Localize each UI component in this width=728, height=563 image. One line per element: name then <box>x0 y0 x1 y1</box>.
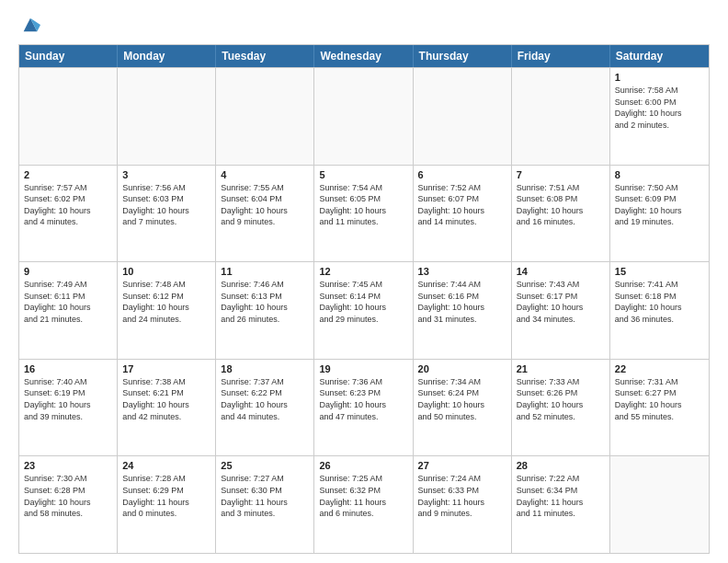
day-info: Sunrise: 7:27 AM Sunset: 6:30 PM Dayligh… <box>221 473 309 519</box>
day-cell-17: 17Sunrise: 7:38 AM Sunset: 6:21 PM Dayli… <box>118 360 216 456</box>
day-number: 24 <box>122 460 210 471</box>
day-cell-20: 20Sunrise: 7:34 AM Sunset: 6:24 PM Dayli… <box>414 360 512 456</box>
calendar-body: 1Sunrise: 7:58 AM Sunset: 6:00 PM Daylig… <box>19 67 709 553</box>
day-cell-10: 10Sunrise: 7:48 AM Sunset: 6:12 PM Dayli… <box>118 262 216 359</box>
day-cell-empty <box>118 68 216 165</box>
header-day-monday: Monday <box>118 45 216 67</box>
header-day-friday: Friday <box>512 45 610 67</box>
day-number: 23 <box>24 460 112 471</box>
day-info: Sunrise: 7:38 AM Sunset: 6:21 PM Dayligh… <box>122 376 210 422</box>
day-info: Sunrise: 7:51 AM Sunset: 6:08 PM Dayligh… <box>517 182 605 228</box>
day-info: Sunrise: 7:36 AM Sunset: 6:23 PM Dayligh… <box>319 376 407 422</box>
day-cell-5: 5Sunrise: 7:54 AM Sunset: 6:05 PM Daylig… <box>314 166 413 262</box>
day-number: 8 <box>615 169 704 180</box>
day-number: 25 <box>221 460 309 471</box>
day-number: 12 <box>319 266 407 277</box>
day-cell-27: 27Sunrise: 7:24 AM Sunset: 6:33 PM Dayli… <box>414 456 512 553</box>
day-number: 16 <box>24 363 112 374</box>
day-cell-25: 25Sunrise: 7:27 AM Sunset: 6:30 PM Dayli… <box>216 456 314 553</box>
day-cell-28: 28Sunrise: 7:22 AM Sunset: 6:34 PM Dayli… <box>512 456 610 553</box>
day-number: 6 <box>418 169 506 180</box>
day-number: 20 <box>418 363 506 374</box>
day-info: Sunrise: 7:41 AM Sunset: 6:18 PM Dayligh… <box>615 279 704 325</box>
day-info: Sunrise: 7:22 AM Sunset: 6:34 PM Dayligh… <box>517 473 605 519</box>
day-number: 5 <box>319 169 407 180</box>
day-cell-11: 11Sunrise: 7:46 AM Sunset: 6:13 PM Dayli… <box>216 262 314 359</box>
day-cell-13: 13Sunrise: 7:44 AM Sunset: 6:16 PM Dayli… <box>414 262 512 359</box>
day-cell-18: 18Sunrise: 7:37 AM Sunset: 6:22 PM Dayli… <box>216 360 314 456</box>
day-cell-12: 12Sunrise: 7:45 AM Sunset: 6:14 PM Dayli… <box>314 262 413 359</box>
header-day-saturday: Saturday <box>610 45 709 67</box>
day-number: 1 <box>615 72 704 83</box>
day-info: Sunrise: 7:37 AM Sunset: 6:22 PM Dayligh… <box>221 376 309 422</box>
day-cell-empty <box>216 68 314 165</box>
day-cell-3: 3Sunrise: 7:56 AM Sunset: 6:03 PM Daylig… <box>118 166 216 262</box>
day-info: Sunrise: 7:45 AM Sunset: 6:14 PM Dayligh… <box>319 279 407 325</box>
day-info: Sunrise: 7:43 AM Sunset: 6:17 PM Dayligh… <box>517 279 605 325</box>
logo <box>18 15 40 35</box>
day-number: 2 <box>24 169 112 180</box>
calendar-week-5: 23Sunrise: 7:30 AM Sunset: 6:28 PM Dayli… <box>19 455 709 553</box>
day-cell-empty <box>414 68 512 165</box>
day-info: Sunrise: 7:54 AM Sunset: 6:05 PM Dayligh… <box>319 182 407 228</box>
day-info: Sunrise: 7:50 AM Sunset: 6:09 PM Dayligh… <box>615 182 704 228</box>
calendar: SundayMondayTuesdayWednesdayThursdayFrid… <box>18 44 710 554</box>
day-info: Sunrise: 7:33 AM Sunset: 6:26 PM Dayligh… <box>517 376 605 422</box>
day-info: Sunrise: 7:48 AM Sunset: 6:12 PM Dayligh… <box>122 279 210 325</box>
day-info: Sunrise: 7:52 AM Sunset: 6:07 PM Dayligh… <box>418 182 506 228</box>
day-number: 10 <box>122 266 210 277</box>
calendar-week-4: 16Sunrise: 7:40 AM Sunset: 6:19 PM Dayli… <box>19 359 709 456</box>
day-cell-15: 15Sunrise: 7:41 AM Sunset: 6:18 PM Dayli… <box>610 262 709 359</box>
day-info: Sunrise: 7:24 AM Sunset: 6:33 PM Dayligh… <box>418 473 506 519</box>
day-number: 28 <box>517 460 605 471</box>
day-info: Sunrise: 7:30 AM Sunset: 6:28 PM Dayligh… <box>24 473 112 519</box>
day-cell-4: 4Sunrise: 7:55 AM Sunset: 6:04 PM Daylig… <box>216 166 314 262</box>
day-cell-14: 14Sunrise: 7:43 AM Sunset: 6:17 PM Dayli… <box>512 262 610 359</box>
day-number: 15 <box>615 266 704 277</box>
day-number: 14 <box>517 266 605 277</box>
header-day-wednesday: Wednesday <box>314 45 413 67</box>
header <box>18 15 710 35</box>
day-cell-26: 26Sunrise: 7:25 AM Sunset: 6:32 PM Dayli… <box>314 456 413 553</box>
day-number: 4 <box>221 169 309 180</box>
day-info: Sunrise: 7:40 AM Sunset: 6:19 PM Dayligh… <box>24 376 112 422</box>
day-info: Sunrise: 7:49 AM Sunset: 6:11 PM Dayligh… <box>24 279 112 325</box>
calendar-week-2: 2Sunrise: 7:57 AM Sunset: 6:02 PM Daylig… <box>19 165 709 262</box>
day-number: 17 <box>122 363 210 374</box>
day-cell-24: 24Sunrise: 7:28 AM Sunset: 6:29 PM Dayli… <box>118 456 216 553</box>
calendar-week-1: 1Sunrise: 7:58 AM Sunset: 6:00 PM Daylig… <box>19 67 709 165</box>
day-cell-9: 9Sunrise: 7:49 AM Sunset: 6:11 PM Daylig… <box>19 262 118 359</box>
day-cell-22: 22Sunrise: 7:31 AM Sunset: 6:27 PM Dayli… <box>610 360 709 456</box>
day-info: Sunrise: 7:25 AM Sunset: 6:32 PM Dayligh… <box>319 473 407 519</box>
header-day-thursday: Thursday <box>414 45 512 67</box>
calendar-week-3: 9Sunrise: 7:49 AM Sunset: 6:11 PM Daylig… <box>19 261 709 359</box>
day-info: Sunrise: 7:44 AM Sunset: 6:16 PM Dayligh… <box>418 279 506 325</box>
day-number: 13 <box>418 266 506 277</box>
day-number: 27 <box>418 460 506 471</box>
day-cell-21: 21Sunrise: 7:33 AM Sunset: 6:26 PM Dayli… <box>512 360 610 456</box>
day-cell-empty <box>512 68 610 165</box>
day-number: 3 <box>122 169 210 180</box>
day-cell-1: 1Sunrise: 7:58 AM Sunset: 6:00 PM Daylig… <box>610 68 709 165</box>
header-day-tuesday: Tuesday <box>216 45 314 67</box>
day-number: 21 <box>517 363 605 374</box>
day-cell-6: 6Sunrise: 7:52 AM Sunset: 6:07 PM Daylig… <box>414 166 512 262</box>
day-number: 26 <box>319 460 407 471</box>
logo-icon <box>20 15 40 35</box>
day-info: Sunrise: 7:34 AM Sunset: 6:24 PM Dayligh… <box>418 376 506 422</box>
day-info: Sunrise: 7:31 AM Sunset: 6:27 PM Dayligh… <box>615 376 704 422</box>
day-number: 11 <box>221 266 309 277</box>
calendar-header-row: SundayMondayTuesdayWednesdayThursdayFrid… <box>19 45 709 67</box>
day-info: Sunrise: 7:56 AM Sunset: 6:03 PM Dayligh… <box>122 182 210 228</box>
day-info: Sunrise: 7:46 AM Sunset: 6:13 PM Dayligh… <box>221 279 309 325</box>
day-cell-empty <box>314 68 413 165</box>
header-day-sunday: Sunday <box>19 45 118 67</box>
day-info: Sunrise: 7:58 AM Sunset: 6:00 PM Dayligh… <box>615 85 704 131</box>
day-info: Sunrise: 7:57 AM Sunset: 6:02 PM Dayligh… <box>24 182 112 228</box>
day-number: 9 <box>24 266 112 277</box>
day-cell-8: 8Sunrise: 7:50 AM Sunset: 6:09 PM Daylig… <box>610 166 709 262</box>
day-number: 7 <box>517 169 605 180</box>
day-number: 18 <box>221 363 309 374</box>
day-cell-empty <box>610 456 709 553</box>
day-info: Sunrise: 7:55 AM Sunset: 6:04 PM Dayligh… <box>221 182 309 228</box>
